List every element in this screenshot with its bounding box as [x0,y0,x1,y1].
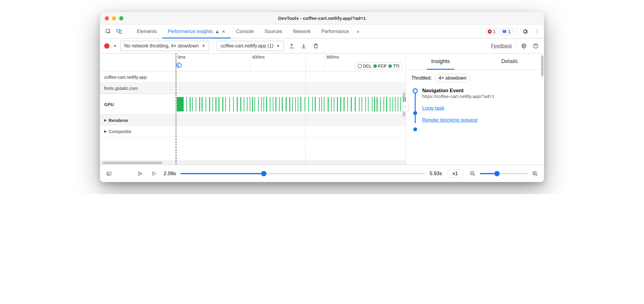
nav-event-node-icon[interactable] [413,88,418,93]
more-menu-icon[interactable]: ⋮ [533,29,541,34]
import-icon[interactable] [299,42,308,50]
issues-badge[interactable]: 1 [500,29,513,35]
insights-toolbar: ▼ No network throttling, 4× slowdown ▼ c… [100,38,544,53]
renderer-track-row[interactable]: ▶Renderer [100,115,406,126]
expand-icon[interactable]: ▶ [104,118,107,122]
compositor-track-row[interactable]: ▶Compositor [100,126,406,137]
close-tab-icon[interactable]: ✕ [222,29,225,34]
tab-elements[interactable]: Elements [131,25,162,38]
zoom-out-icon[interactable] [468,169,477,178]
divider [516,27,516,36]
event-link[interactable]: Render blocking request [422,117,477,123]
time-end-label: 5.93s [429,171,442,177]
metric-markers[interactable]: DCL FCP TTI [354,62,403,70]
svg-point-8 [108,174,109,175]
tti-marker-icon [388,64,392,68]
side-tabs: Insights Details [406,53,544,70]
network-track-row[interactable]: coffee-cart.netlify.app [100,71,406,83]
more-tabs-icon[interactable]: » [354,29,362,34]
device-toolbar-icon[interactable] [114,26,125,37]
tabbar-right: ✕ 1 1 ⋮ [486,27,541,36]
feedback-link[interactable]: Feedback [491,43,512,49]
play-icon[interactable] [136,169,144,178]
event-node-icon[interactable] [413,127,417,131]
event-title: Navigation Event [422,88,539,94]
record-menu-caret[interactable]: ▼ [113,44,117,48]
help-icon[interactable] [531,42,540,50]
track-label: GPU [104,102,114,107]
throttling-select[interactable]: No network throttling, 4× slowdown ▼ [120,41,209,51]
titlebar: DevTools - coffee-cart.netlify.app/?ad=1 [100,12,544,25]
chevron-down-icon: ▼ [276,44,280,48]
svg-line-13 [536,175,537,176]
panel-settings-icon[interactable] [519,42,528,50]
event-node-icon[interactable] [413,111,417,115]
export-icon[interactable] [287,42,296,50]
track-label: Renderer [109,118,128,123]
screenshot-toggle-icon[interactable] [105,169,113,178]
playback-speed[interactable]: x1 [447,169,463,178]
ruler-tick: 800ms [324,53,339,71]
svg-rect-4 [503,31,506,31]
tab-console[interactable]: Console [231,25,259,38]
divider [126,27,127,36]
svg-rect-2 [119,30,122,33]
zoom-in-icon[interactable] [531,169,539,178]
event-render-blocking[interactable]: Render blocking request [422,117,539,123]
gpu-track-row[interactable]: GPU [100,94,406,115]
experimental-icon: ▲ [215,29,219,34]
time-start-label: 2.08s [164,171,176,177]
errors-badge[interactable]: ✕ 1 [486,29,498,35]
navigation-marker-icon[interactable] [176,62,182,68]
tab-performance-insights[interactable]: Performance insights ▲ ✕ [162,25,231,38]
playback-footer: 2.08s 5.93s x1 [100,165,544,182]
chevron-down-icon: ▼ [202,44,205,48]
main-area: 0ms 400ms 800ms DCL FCP TTI coffee-cart.… [100,53,544,165]
event-url: https://coffee-cart.netlify.app/?ad=1 [422,94,539,99]
svg-rect-7 [107,172,111,175]
track-label: Compositor [109,129,132,134]
throttled-chip[interactable]: 4× slowdown [435,74,471,82]
tab-network[interactable]: Network [287,25,316,38]
zoom-slider[interactable] [480,173,528,174]
horizontal-scrollbar[interactable] [100,160,406,165]
collapse-sidepane-icon[interactable]: › [402,102,408,112]
record-button[interactable] [104,43,110,49]
gpu-activity [176,94,406,114]
tab-performance[interactable]: Performance [316,25,354,38]
event-long-task[interactable]: Long task [422,105,539,111]
time-range: 2.08s 5.93s [164,171,442,177]
ruler-tick: 0ms [176,53,185,71]
issue-icon [502,29,507,34]
devtools-window: DevTools - coffee-cart.netlify.app/?ad=1… [100,12,544,182]
panel-tabs: Elements Performance insights ▲ ✕ Consol… [131,25,362,38]
track-label: fonts.gstatic.com [104,86,138,91]
time-ruler[interactable]: 0ms 400ms 800ms DCL FCP TTI [100,53,406,71]
guide-line [305,53,306,165]
svg-rect-3 [503,30,506,32]
time-slider[interactable] [180,173,426,174]
track-label: coffee-cart.netlify.app [104,74,147,80]
throttling-status: Throttled: 4× slowdown [411,74,539,82]
insights-side-pane: › Insights Details Throttled: 4× slowdow… [406,53,544,165]
ruler-tick: 400ms [250,53,265,71]
dcl-marker-icon [358,64,362,68]
expand-icon[interactable]: ▶ [104,129,107,133]
side-tab-details[interactable]: Details [475,53,544,69]
event-link[interactable]: Long task [422,105,444,111]
skip-back-icon[interactable] [150,169,158,178]
zoom-controls [468,169,539,178]
divider [516,41,516,51]
tab-sources[interactable]: Sources [259,25,288,38]
event-navigation[interactable]: Navigation Event https://coffee-cart.net… [422,88,539,99]
side-body: Throttled: 4× slowdown Navigation Event … [406,70,544,165]
network-track-row[interactable]: fonts.gstatic.com [100,83,406,94]
window-title: DevTools - coffee-cart.netlify.app/?ad=1 [100,16,544,21]
side-tab-insights[interactable]: Insights [406,53,475,69]
recording-select[interactable]: coffee-cart.netlify.app (1) ▼ [217,41,284,51]
inspect-element-icon[interactable] [103,26,114,37]
divider [213,41,213,51]
delete-icon[interactable] [311,42,320,50]
playhead-cursor[interactable] [176,53,176,165]
settings-icon[interactable] [520,28,530,35]
